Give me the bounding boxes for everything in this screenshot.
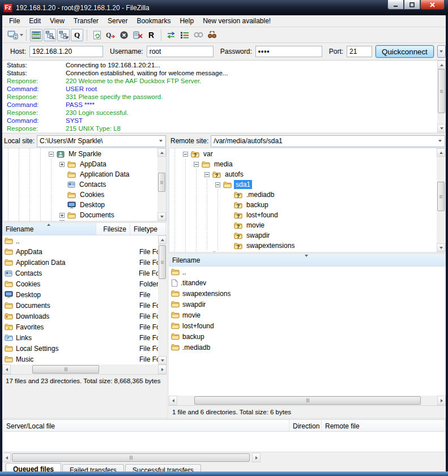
disconnect-button[interactable] xyxy=(131,29,144,41)
queue-body[interactable] xyxy=(2,432,446,452)
remote-tree-scrollbar[interactable] xyxy=(437,148,445,252)
menu-item-server[interactable]: Server xyxy=(103,16,132,26)
expand-icon[interactable] xyxy=(59,162,65,167)
scroll-up-icon[interactable] xyxy=(158,235,167,244)
file-row-titandev[interactable]: .titandev xyxy=(169,277,446,288)
file-row-backup[interactable]: backup xyxy=(169,331,446,342)
expand-icon[interactable] xyxy=(59,220,65,221)
menu-item-view[interactable]: View xyxy=(45,16,69,26)
expand-icon[interactable] xyxy=(59,213,65,218)
collapse-icon[interactable] xyxy=(215,182,220,187)
chevron-down-icon[interactable] xyxy=(156,136,165,147)
tree-row-appdata[interactable]: AppData xyxy=(3,159,157,169)
remote-treeview-toggle-button[interactable]: F xyxy=(57,29,70,41)
filter-button[interactable] xyxy=(178,29,191,41)
file-row-mediadb[interactable]: .mediadb xyxy=(169,342,446,353)
tree-row-autofs[interactable]: ?autofs xyxy=(169,169,437,179)
refresh-button[interactable] xyxy=(91,29,103,41)
file-row-application-data[interactable]: Application Data File Folder xyxy=(2,257,158,268)
column-header-filename[interactable]: Filename xyxy=(2,223,96,235)
tree-row-swapdir[interactable]: ?swapdir xyxy=(169,230,437,241)
tree-row-application-data[interactable]: Application Data xyxy=(3,169,157,179)
local-horizontal-scrollbar[interactable] xyxy=(2,364,167,374)
tree-row-mr-sparkle[interactable]: Mr Sparkle xyxy=(3,149,157,159)
queue-column-server-local-file[interactable]: Server/Local file xyxy=(3,420,289,431)
queue-view-toggle-button[interactable]: Q xyxy=(71,29,83,41)
tree-row-media[interactable]: media xyxy=(169,159,437,169)
log-vertical-scrollbar[interactable] xyxy=(437,61,446,132)
tree-row-backup[interactable]: ?backup xyxy=(169,200,437,210)
file-row-local-settings[interactable]: Local Settings File Folder xyxy=(2,343,158,354)
collapse-icon[interactable] xyxy=(183,152,188,157)
file-row-contacts[interactable]: Contacts File Folder xyxy=(2,268,158,278)
minimize-button[interactable] xyxy=(387,0,404,10)
scroll-left-icon[interactable] xyxy=(169,396,177,405)
tab-failed-transfers[interactable]: Failed transfers xyxy=(62,464,124,471)
tree-row-swapextensions[interactable]: ?swapextensions xyxy=(169,241,437,251)
tree-row-var[interactable]: ?var xyxy=(169,149,437,159)
compare-button[interactable] xyxy=(165,29,177,41)
collapse-icon[interactable] xyxy=(49,152,54,157)
collapse-icon[interactable] xyxy=(194,162,199,167)
scroll-left-icon[interactable] xyxy=(2,453,11,462)
file-row-[interactable]: .. xyxy=(169,267,446,277)
scroll-down-icon[interactable] xyxy=(158,356,167,364)
menu-item-new-version-available[interactable]: New version available! xyxy=(198,16,275,26)
process-queue-button[interactable]: Q xyxy=(104,29,117,41)
local-site-combobox[interactable]: C:\Users\Mr Sparkle\ xyxy=(37,135,166,147)
tab-queued-files[interactable]: Queued files xyxy=(6,463,61,471)
tree-row-sda1[interactable]: sda1 xyxy=(169,179,437,190)
scroll-right-icon[interactable] xyxy=(437,396,446,405)
tree-row-cookies[interactable]: Cookies xyxy=(3,190,157,200)
scroll-up-icon[interactable] xyxy=(437,148,445,157)
menu-item-edit[interactable]: Edit xyxy=(24,16,45,26)
column-header-filetype[interactable]: Filetype xyxy=(130,223,166,235)
file-row-swapdir[interactable]: swapdir xyxy=(169,299,446,310)
site-manager-button[interactable] xyxy=(6,29,19,41)
tree-row-dvd[interactable]: ?dvd xyxy=(169,251,437,252)
password-input[interactable] xyxy=(255,46,322,57)
sync-browsing-button[interactable] xyxy=(192,29,204,41)
column-header-filesize[interactable]: Filesize xyxy=(96,223,130,235)
remote-horizontal-scrollbar[interactable] xyxy=(169,396,446,405)
file-row-cookies[interactable]: Cookies Folder xyxy=(2,278,158,289)
file-row-downloads[interactable]: Downloads File Folder xyxy=(2,311,158,321)
host-input[interactable] xyxy=(29,46,103,57)
file-row-music[interactable]: Music File Folder xyxy=(2,354,158,364)
remote-site-combobox[interactable]: /var/media/autofs/sda1 xyxy=(211,135,445,147)
scroll-right-icon[interactable] xyxy=(158,364,167,374)
tree-row-documents[interactable]: Documents xyxy=(3,210,157,220)
file-row-lost-found[interactable]: lost+found xyxy=(169,320,446,331)
file-row-appdata[interactable]: AppData File Folder xyxy=(2,246,158,257)
file-row-movie[interactable]: movie xyxy=(169,310,446,320)
collapse-icon[interactable] xyxy=(204,172,210,177)
file-row-desktop[interactable]: Desktop File xyxy=(2,289,158,300)
tree-row-contacts[interactable]: Contacts xyxy=(3,179,157,190)
scroll-down-icon[interactable] xyxy=(437,243,445,252)
scroll-down-icon[interactable] xyxy=(157,212,166,221)
reconnect-button[interactable]: R xyxy=(145,29,157,41)
tree-row-downloads[interactable]: Downloads xyxy=(3,220,157,221)
quickconnect-button[interactable]: Quickconnect xyxy=(376,45,434,58)
maximize-button[interactable] xyxy=(404,0,420,10)
file-row-[interactable]: .. xyxy=(2,235,158,246)
queue-column-remote-file[interactable]: Remote file xyxy=(322,420,445,431)
file-row-links[interactable]: Links File Folder xyxy=(2,332,158,343)
queue-horizontal-scrollbar[interactable] xyxy=(2,453,261,462)
scroll-up-icon[interactable] xyxy=(437,61,446,69)
port-input[interactable] xyxy=(347,46,372,57)
scroll-down-icon[interactable] xyxy=(437,124,446,132)
title-bar[interactable]: Fz 192.168.1.20 - root@192.168.1.20 - Fi… xyxy=(0,0,448,15)
scroll-right-icon[interactable] xyxy=(252,453,261,462)
file-row-swapextensions[interactable]: swapextensions xyxy=(169,288,446,299)
menu-item-bookmarks[interactable]: Bookmarks xyxy=(132,16,175,26)
menu-item-transfer[interactable]: Transfer xyxy=(69,16,103,26)
quickconnect-dropdown[interactable] xyxy=(437,45,446,58)
chevron-down-icon[interactable] xyxy=(436,136,445,147)
scroll-up-icon[interactable] xyxy=(157,148,166,157)
menu-item-file[interactable]: File xyxy=(5,16,24,26)
tree-row-desktop[interactable]: Desktop xyxy=(3,200,157,210)
username-input[interactable] xyxy=(147,46,214,57)
scroll-left-icon[interactable] xyxy=(2,364,11,374)
tree-row-movie[interactable]: ?movie xyxy=(169,220,437,230)
